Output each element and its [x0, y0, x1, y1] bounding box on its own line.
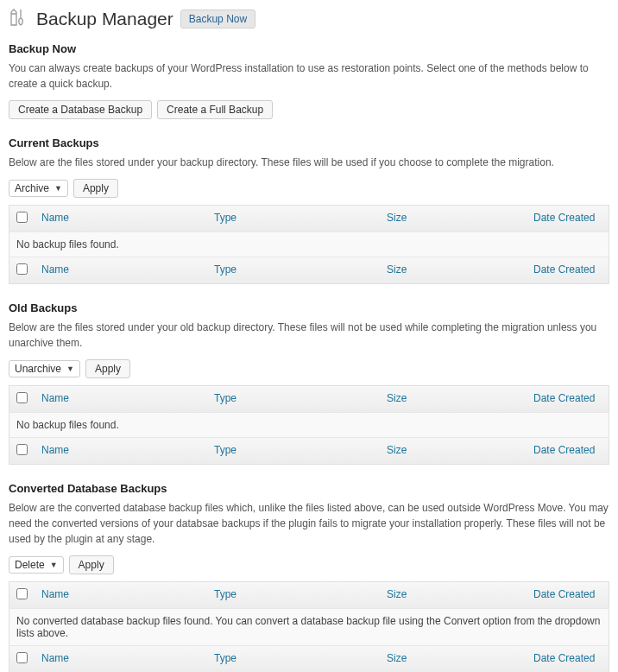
old-select-all-bottom[interactable] — [16, 444, 28, 455]
converted-apply-button[interactable]: Apply — [69, 555, 114, 574]
old-select-all-top[interactable] — [16, 392, 28, 403]
create-db-backup-button[interactable]: Create a Database Backup — [9, 100, 152, 119]
col-date[interactable]: Date Created — [533, 263, 595, 276]
converted-action-select[interactable]: Delete ▼ — [9, 556, 64, 574]
col-size[interactable]: Size — [387, 263, 407, 276]
col-size[interactable]: Size — [387, 652, 407, 664]
col-name[interactable]: Name — [41, 212, 69, 224]
converted-action-label: Delete — [15, 559, 45, 571]
chevron-down-icon: ▼ — [54, 184, 62, 193]
backup-now-desc: You can always create backups of your Wo… — [9, 60, 609, 92]
converted-backups-heading: Converted Database Backups — [9, 482, 609, 495]
create-full-backup-button[interactable]: Create a Full Backup — [157, 100, 273, 119]
col-date[interactable]: Date Created — [533, 212, 595, 224]
old-action-select[interactable]: Unarchive ▼ — [9, 360, 80, 377]
current-empty-row: No backup files found. — [9, 232, 609, 257]
col-name[interactable]: Name — [41, 652, 69, 664]
col-name[interactable]: Name — [41, 392, 69, 404]
col-date[interactable]: Date Created — [533, 444, 595, 456]
converted-empty-row: No converted database backup files found… — [9, 609, 609, 646]
col-size[interactable]: Size — [387, 444, 407, 456]
current-apply-button[interactable]: Apply — [73, 179, 118, 198]
current-select-all-bottom[interactable] — [16, 263, 28, 275]
col-type[interactable]: Type — [214, 392, 236, 404]
col-size[interactable]: Size — [387, 212, 407, 224]
converted-select-all-top[interactable] — [16, 588, 28, 599]
backup-now-button[interactable]: Backup Now — [180, 10, 255, 29]
chevron-down-icon: ▼ — [50, 561, 58, 569]
col-date[interactable]: Date Created — [533, 392, 595, 404]
converted-backups-desc: Below are the converted database backup … — [9, 500, 609, 547]
old-action-label: Unarchive — [15, 363, 61, 375]
col-size[interactable]: Size — [387, 392, 407, 404]
converted-backups-table: Name Type Size Date Created No converted… — [9, 581, 609, 672]
col-name[interactable]: Name — [41, 444, 69, 456]
old-apply-button[interactable]: Apply — [85, 359, 130, 378]
col-type[interactable]: Type — [214, 444, 236, 456]
backup-now-heading: Backup Now — [9, 42, 609, 55]
old-empty-row: No backup files found. — [9, 413, 609, 438]
current-select-all-top[interactable] — [16, 212, 28, 223]
current-backups-heading: Current Backups — [9, 136, 609, 149]
col-date[interactable]: Date Created — [533, 588, 595, 600]
tools-icon — [9, 7, 29, 30]
col-type[interactable]: Type — [214, 588, 236, 600]
col-name[interactable]: Name — [41, 588, 69, 600]
chevron-down-icon: ▼ — [66, 365, 74, 373]
converted-select-all-bottom[interactable] — [16, 652, 28, 663]
current-backups-desc: Below are the files stored under your ba… — [9, 155, 609, 170]
old-backups-table: Name Type Size Date Created No backup fi… — [9, 385, 609, 465]
col-name[interactable]: Name — [41, 263, 69, 276]
current-action-select[interactable]: Archive ▼ — [9, 180, 68, 197]
col-type[interactable]: Type — [214, 652, 236, 664]
col-size[interactable]: Size — [387, 588, 407, 600]
page-title: Backup Manager — [36, 9, 173, 29]
col-type[interactable]: Type — [214, 263, 236, 276]
current-action-label: Archive — [15, 182, 49, 194]
old-backups-desc: Below are the files stored under your ol… — [9, 320, 609, 351]
col-type[interactable]: Type — [214, 212, 236, 224]
col-date[interactable]: Date Created — [533, 652, 595, 664]
current-backups-table: Name Type Size Date Created No backup fi… — [9, 205, 609, 284]
old-backups-heading: Old Backups — [9, 301, 609, 314]
